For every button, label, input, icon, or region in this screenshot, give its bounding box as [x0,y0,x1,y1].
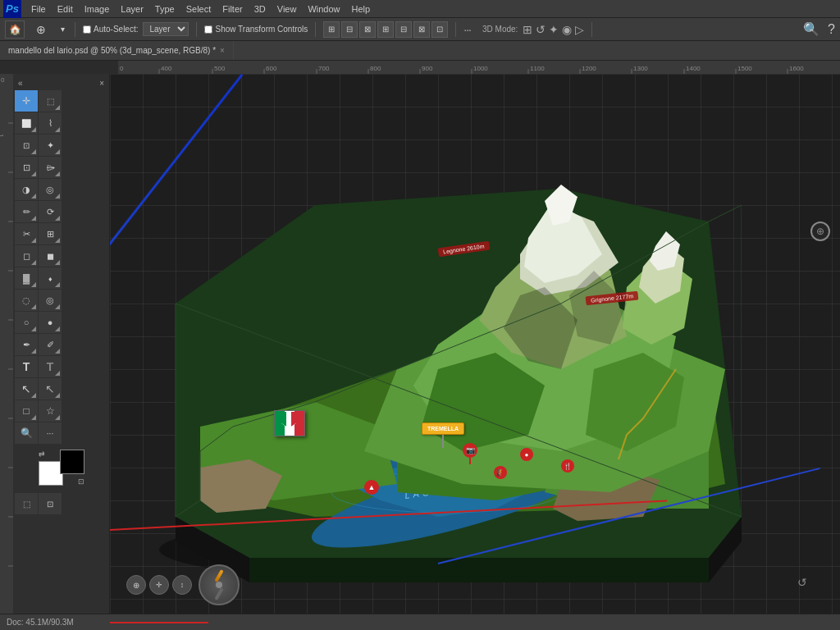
patch-tool[interactable]: ◎ [39,179,62,200]
auto-select-checkbox[interactable] [83,25,91,34]
3d-nav-controls: ⊕ ✛ ↕ [126,564,240,605]
crop-tool[interactable]: ⊡ [15,157,38,178]
direct-selection-tool[interactable]: ↖ [39,378,62,399]
tool-row-12: ✒ ✐ [15,334,107,355]
3d-zoom-icon[interactable]: ▷ [575,23,584,36]
home-button[interactable]: 🏠 [5,21,25,39]
paint-bucket-tool[interactable]: ⬧ [39,267,62,289]
compass-wheel[interactable] [199,564,240,605]
align-left[interactable]: ⊞ [323,21,340,38]
type-mask-tool[interactable]: T [39,356,62,377]
path-selection-tool[interactable]: ↖ [15,378,38,399]
quick-mask-button[interactable]: ⬚ [15,493,38,514]
gradient-tool[interactable]: ▓ [15,267,38,289]
menu-edit[interactable]: Edit [52,2,78,16]
move-tool-options[interactable]: ⊕ [30,19,52,40]
rectangle-tool[interactable]: □ [15,400,38,422]
svg-text:1600: 1600 [789,65,804,72]
3d-pan-button[interactable]: ✛ [149,575,169,595]
blur-tool[interactable]: ◌ [15,290,38,311]
distribute-options[interactable]: ⊡ [431,21,448,38]
expand-button[interactable]: × [99,79,104,88]
search-button[interactable]: 🔍 [803,21,819,37]
burn-tool[interactable]: ● [39,312,62,333]
show-transform-option[interactable]: Show Transform Controls [204,25,308,34]
active-tab[interactable]: mandello del lario.psd @ 50% (3d_map_sce… [0,41,234,60]
move-arrow-dropdown[interactable]: ▾ [57,19,67,40]
menu-help[interactable]: Help [347,2,376,16]
spot-heal-tool[interactable]: ◑ [15,179,38,200]
svg-text:1100: 1100 [530,65,545,72]
show-transform-checkbox[interactable] [204,25,212,34]
3d-rotate-icon[interactable]: ⊞ [523,23,532,36]
menu-view[interactable]: View [272,2,302,16]
custom-shape-tool[interactable]: ☆ [39,400,62,422]
rect-select-tool[interactable]: ⬜ [15,112,38,134]
3d-pan-icon[interactable]: ✦ [549,23,559,36]
refresh-icon[interactable]: ↺ [797,576,807,589]
menu-type[interactable]: Type [150,2,180,16]
eyedropper-tool[interactable]: ⌲ [39,157,62,178]
screen-mode-button[interactable]: ⊡ [39,493,62,514]
align-center-v[interactable]: ⊟ [395,21,412,38]
magic-wand-tool[interactable]: ✦ [39,135,62,156]
type-tool[interactable]: T [15,356,38,377]
3d-mode-icons: ⊞ ↺ ✦ ◉ ▷ [523,23,584,36]
3d-roll-icon[interactable]: ↺ [536,23,546,36]
object-select-tool[interactable]: ⊡ [15,135,38,156]
brush-tool[interactable]: ✏ [15,201,38,222]
menu-window[interactable]: Window [303,2,345,16]
tool-row-bottom: ⬚ ⊡ [15,493,107,514]
more-options-button[interactable]: ··· [463,23,471,36]
auto-select-dropdown[interactable]: Layer Group [143,22,189,36]
3d-zoom-control[interactable]: ↕ [172,575,192,595]
clone-stamp-tool[interactable]: ✂ [15,223,38,244]
tool-row-14: ↖ ↖ [15,378,107,399]
collapse-button[interactable]: « [18,79,23,88]
pattern-stamp-tool[interactable]: ⊞ [39,223,62,244]
pen-tool[interactable]: ✒ [15,334,38,355]
tool-row-9: ▓ ⬧ [15,267,107,289]
magic-eraser-tool[interactable]: ◼ [39,245,62,267]
menu-3d[interactable]: 3D [249,2,271,16]
3d-slide-icon[interactable]: ◉ [562,23,572,36]
3d-orbit-button[interactable]: ⊕ [126,575,146,595]
ruler-h-svg: 0 400 500 600 700 800 900 1000 1100 1200 [118,61,840,74]
align-right[interactable]: ⊠ [359,21,376,38]
swap-colors-icon[interactable]: ⇄ [39,450,45,458]
artboard-tool[interactable]: ⬚ [39,90,62,112]
menu-file[interactable]: File [26,2,51,16]
align-buttons: ⊞ ⊟ ⊠ ⊞ ⊟ ⊠ ⊡ [323,21,448,38]
dodge-tool[interactable]: ○ [15,312,38,333]
svg-text:1300: 1300 [633,65,648,72]
smudge-tool[interactable]: ◎ [39,290,62,311]
3d-view-indicator[interactable]: ⊕ [810,221,830,241]
menu-image[interactable]: Image [80,2,115,16]
align-center-h[interactable]: ⊟ [341,21,358,38]
separator-4 [455,22,456,37]
menu-layer[interactable]: Layer [116,2,148,16]
tool-row-10: ◌ ◎ [15,290,107,311]
help-icon[interactable]: ? [828,22,835,37]
more-tools-button[interactable]: ··· [39,422,62,444]
foreground-color-swatch[interactable] [60,450,84,474]
align-bottom[interactable]: ⊠ [413,21,430,38]
zoom-tool[interactable]: 🔍 [15,422,38,444]
canvas-area[interactable]: LAGO DI COMO [110,74,840,630]
menu-select[interactable]: Select [181,2,217,16]
svg-text:400: 400 [161,65,172,72]
tab-close-button[interactable]: × [220,46,225,55]
tool-row-5: ◑ ◎ [15,179,107,200]
lasso-tool[interactable]: ⌇ [39,112,62,134]
auto-select-option[interactable]: Auto-Select: [83,25,138,34]
show-transform-label: Show Transform Controls [215,25,308,34]
svg-text:1: 1 [0,134,5,138]
eraser-tool[interactable]: ◻ [15,245,38,267]
history-brush-tool[interactable]: ⟳ [39,201,62,222]
freeform-pen-tool[interactable]: ✐ [39,334,62,355]
sign-text: TREMELLA [427,426,459,431]
default-colors-icon[interactable]: ⊡ [78,477,84,486]
menu-filter[interactable]: Filter [217,2,247,16]
align-top[interactable]: ⊞ [377,21,394,38]
move-tool[interactable]: ✛ [15,90,38,112]
